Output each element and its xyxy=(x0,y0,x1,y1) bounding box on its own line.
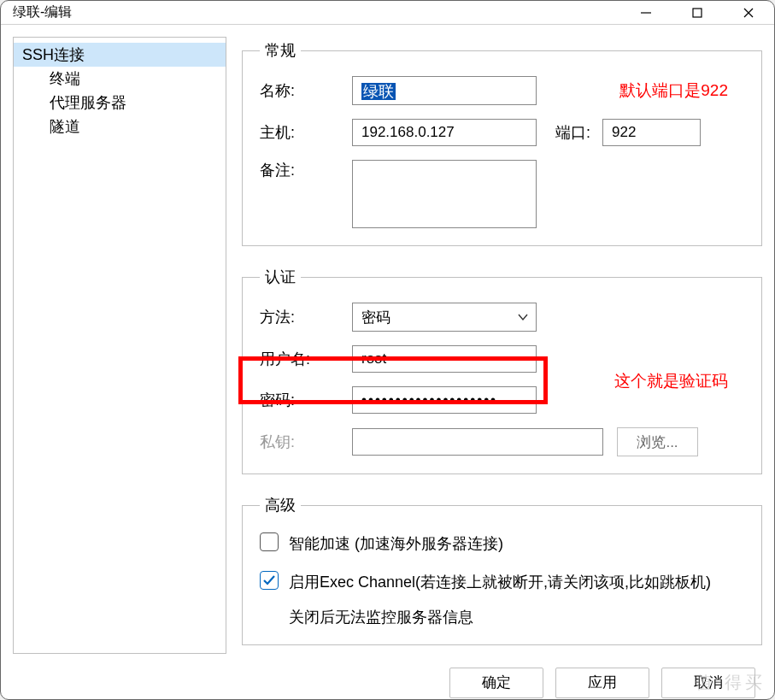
port-input[interactable] xyxy=(602,119,701,146)
note-label: 备注: xyxy=(260,160,352,180)
exec-sublabel: 关闭后无法监控服务器信息 xyxy=(260,607,744,627)
privatekey-input xyxy=(352,428,603,456)
name-input-selection: 绿联 xyxy=(361,83,396,100)
window-title: 绿联-编辑 xyxy=(13,3,72,21)
minimize-button[interactable] xyxy=(620,1,672,24)
svg-rect-1 xyxy=(693,9,702,17)
name-input[interactable]: 绿联 xyxy=(352,76,537,105)
host-label: 主机: xyxy=(260,122,352,143)
close-icon xyxy=(743,7,754,19)
close-button[interactable] xyxy=(723,1,774,24)
note-textarea[interactable] xyxy=(352,160,537,228)
method-label: 方法: xyxy=(260,307,352,327)
window-controls xyxy=(620,1,774,24)
sidebar-item-proxy[interactable]: 代理服务器 xyxy=(14,91,226,115)
group-general: 常规 名称: 绿联 主机: 端口: 备注: xyxy=(242,40,762,246)
check-icon xyxy=(262,574,276,587)
accel-label: 智能加速 (加速海外服务器连接) xyxy=(289,531,503,557)
username-label: 用户名: xyxy=(260,349,352,369)
apply-button[interactable]: 应用 xyxy=(555,668,649,698)
method-combobox[interactable]: 密码 xyxy=(352,303,537,332)
sidebar-item-tunnel[interactable]: 隧道 xyxy=(14,115,226,138)
content-panel: 常规 名称: 绿联 主机: 端口: 备注: xyxy=(242,37,762,666)
username-input[interactable] xyxy=(352,345,537,373)
dialog-window: 绿联-编辑 SSH连接 终端 代理服务器 隧道 常规 名称: xyxy=(0,0,775,700)
sidebar-root-ssh[interactable]: SSH连接 xyxy=(14,43,226,67)
ok-button[interactable]: 确定 xyxy=(449,668,543,698)
port-label: 端口: xyxy=(555,122,602,143)
maximize-icon xyxy=(691,7,703,19)
dialog-body: SSH连接 终端 代理服务器 隧道 常规 名称: 绿联 主机: 端口: xyxy=(1,25,774,666)
accel-checkbox[interactable] xyxy=(260,532,279,551)
titlebar: 绿联-编辑 xyxy=(1,1,774,25)
dialog-footer: 确定 应用 取消 值 得买 xyxy=(1,666,774,699)
cancel-button[interactable]: 取消 xyxy=(661,668,755,698)
exec-label: 启用Exec Channel(若连接上就被断开,请关闭该项,比如跳板机) xyxy=(289,569,711,596)
password-label: 密码: xyxy=(260,390,352,410)
maximize-button[interactable] xyxy=(672,1,723,24)
browse-button[interactable]: 浏览... xyxy=(617,427,698,456)
minimize-icon xyxy=(640,7,652,19)
group-advanced: 高级 智能加速 (加速海外服务器连接) 启用Exec Channel(若连接上就… xyxy=(242,495,762,645)
privatekey-label: 私钥: xyxy=(260,432,352,452)
sidebar-item-terminal[interactable]: 终端 xyxy=(14,67,226,91)
method-value: 密码 xyxy=(361,308,390,327)
sidebar-tree: SSH连接 终端 代理服务器 隧道 xyxy=(13,37,226,654)
chevron-down-icon xyxy=(517,311,529,323)
name-label: 名称: xyxy=(260,80,352,101)
group-general-legend: 常规 xyxy=(260,40,301,61)
group-auth: 认证 方法: 密码 用户名: 密码: 私钥: xyxy=(242,267,762,474)
host-input[interactable] xyxy=(352,119,537,146)
group-advanced-legend: 高级 xyxy=(260,495,301,515)
password-input[interactable] xyxy=(352,386,537,414)
exec-checkbox[interactable] xyxy=(260,571,279,590)
group-auth-legend: 认证 xyxy=(260,267,301,287)
